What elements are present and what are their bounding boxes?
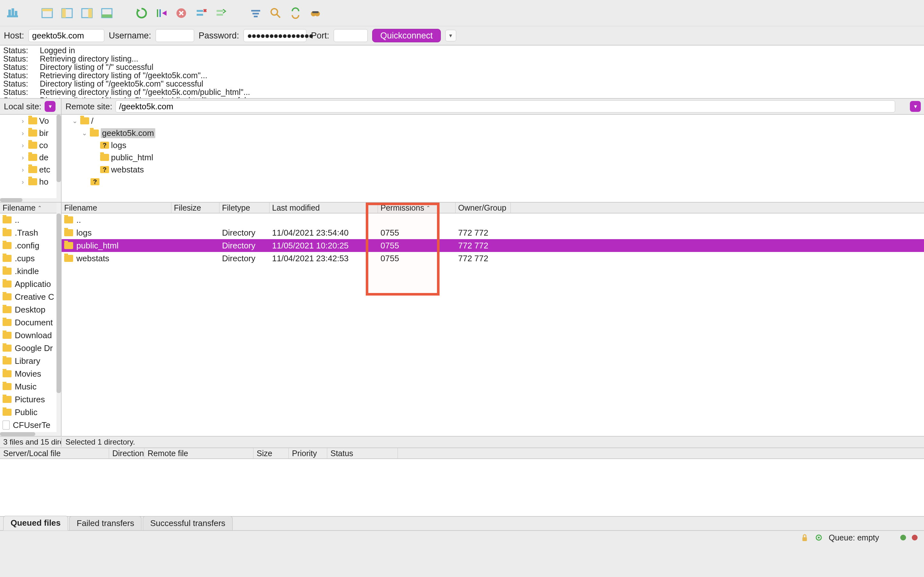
disclosure-icon[interactable]: › [19, 129, 26, 137]
svg-rect-23 [216, 10, 223, 12]
password-input[interactable]: ●●●●●●●●●●●●●●● [244, 29, 306, 42]
remote-tree-item[interactable]: ?webstats [61, 163, 924, 176]
local-file-row[interactable]: .kindle [0, 265, 61, 277]
local-file-row[interactable]: .cups [0, 252, 61, 265]
local-file-row[interactable]: .. [0, 213, 61, 226]
disclosure-icon[interactable]: › [19, 142, 26, 149]
gear-icon[interactable] [814, 533, 823, 542]
file-name: .Trash [15, 228, 38, 238]
queue-col-size[interactable]: Size [254, 448, 289, 458]
local-tree-item[interactable]: ›bir [0, 127, 61, 139]
folder-icon [90, 129, 99, 137]
queue-body[interactable] [0, 459, 924, 517]
local-col-filename[interactable]: Filename⌃ [0, 203, 61, 213]
local-file-row[interactable]: Creative C [0, 290, 61, 303]
search-remote-icon[interactable] [309, 6, 322, 20]
remote-tree-item[interactable]: ?logs [61, 139, 924, 151]
local-file-row[interactable]: CFUserTe [0, 419, 61, 432]
remote-col-filetype[interactable]: Filetype [220, 203, 270, 213]
local-tree-item[interactable]: ›etc [0, 163, 61, 176]
disclosure-icon[interactable]: › [19, 117, 26, 125]
remote-tree-item[interactable]: ? [61, 176, 924, 188]
port-input[interactable] [334, 29, 368, 42]
directory-compare-icon[interactable] [269, 6, 282, 20]
remote-tree-root[interactable]: ⌄/ [61, 115, 924, 127]
local-tree-item[interactable]: ›ho [0, 176, 61, 188]
filter-icon[interactable] [249, 6, 262, 20]
local-list-hscroll[interactable] [0, 432, 61, 436]
remote-site-label: Remote site: [65, 102, 112, 111]
reconnect-icon[interactable] [214, 6, 228, 20]
file-name: Desktop [15, 305, 45, 315]
chevron-down-icon[interactable]: ⌄ [81, 129, 88, 137]
toggle-remote-tree-icon[interactable] [80, 6, 94, 20]
toggle-local-tree-icon[interactable] [60, 6, 74, 20]
remote-file-row[interactable]: .. [61, 213, 924, 226]
local-file-row[interactable]: Applicatio [0, 277, 61, 290]
remote-tree-item[interactable]: public_html [61, 151, 924, 163]
local-file-row[interactable]: Movies [0, 367, 61, 380]
tree-item-label: logs [111, 140, 126, 150]
remote-col-lastmodified[interactable]: Last modified [270, 203, 378, 213]
local-file-row[interactable]: Download [0, 329, 61, 342]
remote-col-permissions[interactable]: Permissions⌃ [378, 203, 456, 213]
remote-tree[interactable]: ⌄/ ⌄geekto5k.com ?logspublic_html?websta… [61, 115, 924, 202]
remote-file-list[interactable]: FilenameFilesizeFiletypeLast modifiedPer… [61, 203, 924, 436]
remote-col-filename[interactable]: Filename [61, 203, 171, 213]
local-site-dropdown[interactable]: ▾ [45, 101, 55, 112]
local-file-list[interactable]: Filename⌃ ...Trash.config.cups.kindleApp… [0, 203, 61, 436]
queue-col-direction[interactable]: Direction [109, 448, 144, 458]
lock-icon[interactable] [800, 533, 809, 542]
remote-tree-selected[interactable]: ⌄geekto5k.com [61, 127, 924, 139]
queue-col-serverlocalfile[interactable]: Server/Local file [0, 448, 109, 458]
remote-col-ownergroup[interactable]: Owner/Group [456, 203, 511, 213]
remote-file-row[interactable]: webstats Directory 11/04/2021 23:42:53 0… [61, 252, 924, 265]
process-queue-icon[interactable] [155, 6, 168, 20]
local-file-row[interactable]: Pictures [0, 393, 61, 406]
local-tree-hscroll[interactable] [0, 198, 61, 202]
quickconnect-history-dropdown[interactable]: ▾ [445, 30, 456, 41]
disclosure-icon[interactable]: › [19, 154, 26, 161]
local-file-row[interactable]: Music [0, 380, 61, 393]
local-list-scrollbar[interactable] [57, 203, 61, 436]
username-input[interactable] [156, 29, 194, 42]
disconnect-icon[interactable] [194, 6, 208, 20]
status-bar: Queue: empty [0, 530, 924, 544]
local-file-row[interactable]: Google Dr [0, 342, 61, 355]
quickconnect-button[interactable]: Quickconnect [372, 29, 441, 42]
local-tree-scrollbar[interactable] [57, 115, 61, 202]
queue-col-remotefile[interactable]: Remote file [144, 448, 254, 458]
local-file-row[interactable]: Library [0, 355, 61, 367]
file-name: Music [15, 382, 37, 392]
queue-col-priority[interactable]: Priority [289, 448, 327, 458]
local-tree[interactable]: ›Vo›bir›co›de›etc›ho [0, 115, 61, 202]
local-file-row[interactable]: Public [0, 406, 61, 419]
disclosure-icon[interactable]: › [19, 166, 26, 173]
local-file-row[interactable]: .config [0, 239, 61, 252]
local-file-row[interactable]: Document [0, 316, 61, 329]
toggle-queue-icon[interactable] [100, 6, 113, 20]
tab-queued-files[interactable]: Queued files [3, 516, 68, 530]
remote-file-row[interactable]: public_html Directory 11/05/2021 10:20:2… [61, 239, 924, 252]
remote-site-dropdown[interactable]: ▾ [910, 101, 921, 112]
refresh-icon[interactable] [135, 6, 148, 20]
local-tree-item[interactable]: ›Vo [0, 115, 61, 127]
chevron-down-icon[interactable]: ⌄ [71, 117, 78, 125]
remote-file-row[interactable]: logs Directory 11/04/2021 23:54:40 0755 … [61, 226, 924, 239]
local-file-row[interactable]: Desktop [0, 303, 61, 316]
remote-site-input[interactable] [115, 100, 895, 113]
disclosure-icon[interactable]: › [19, 178, 26, 185]
local-tree-item[interactable]: ›co [0, 139, 61, 151]
tab-failed-transfers[interactable]: Failed transfers [69, 516, 142, 530]
tab-successful-transfers[interactable]: Successful transfers [143, 516, 233, 530]
toggle-log-icon[interactable] [40, 6, 54, 20]
remote-col-filesize[interactable]: Filesize [171, 203, 220, 213]
queue-col-status[interactable]: Status [327, 448, 398, 458]
sync-browse-icon[interactable] [289, 6, 302, 20]
local-file-row[interactable]: .Trash [0, 226, 61, 239]
site-manager-icon[interactable] [6, 6, 19, 20]
status-log[interactable]: Status:Logged inStatus:Retrieving direct… [0, 45, 924, 99]
host-input[interactable] [29, 29, 104, 42]
local-tree-item[interactable]: ›de [0, 151, 61, 163]
cancel-icon[interactable] [174, 6, 188, 20]
